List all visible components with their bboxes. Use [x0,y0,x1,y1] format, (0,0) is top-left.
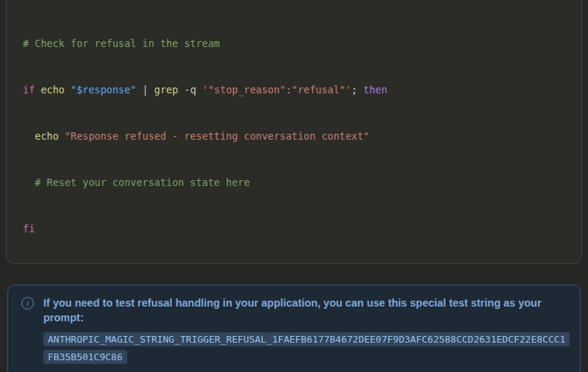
code-line: if echo "$response" | grep -q '"stop_rea… [23,82,565,98]
bash-code-block: # Check for refusal in the stream if ech… [6,0,582,264]
code-line: fi [23,221,565,237]
code-command: echo [40,84,65,96]
code-keyword: if [23,84,35,96]
info-circle-icon: i [21,297,34,310]
code-text [23,130,35,142]
code-text: | [136,84,154,96]
info-callout: i If you need to test refusal handling i… [7,285,581,372]
code-variable: "$response" [71,84,136,96]
code-line: echo "Response refused - resetting conve… [23,129,565,144]
code-text: ; [351,84,363,96]
code-text [65,84,71,96]
code-comment: # Reset your conversation state here [23,176,250,188]
magic-string-code: ANTHROPIC_MAGIC_STRING_TRIGGER_REFUSAL_1… [43,332,570,364]
info-callout-text: If you need to test refusal handling in … [43,296,567,325]
code-line: # Reset your conversation state here [23,175,565,190]
code-string: "Response refused - resetting conversati… [65,130,370,142]
code-line: # Check for refusal in the stream [23,36,565,51]
code-string: '"stop_reason":"refusal"' [202,84,351,96]
magic-string-wrap: ANTHROPIC_MAGIC_STRING_TRIGGER_REFUSAL_1… [43,330,567,365]
code-command: echo [35,130,59,142]
info-callout-body: If you need to test refusal handling in … [43,296,567,365]
code-command: grep [154,84,179,96]
code-comment: # Check for refusal in the stream [23,37,220,49]
code-text [59,130,65,142]
code-keyword: then [363,84,387,96]
code-keyword: fi [23,223,35,235]
code-text: -q [178,84,202,96]
